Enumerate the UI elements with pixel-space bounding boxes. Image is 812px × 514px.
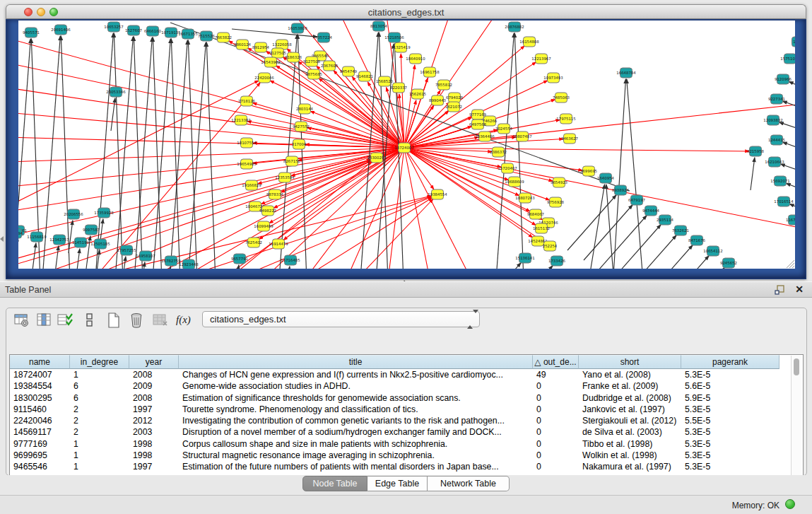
table-cell[interactable]: Tourette syndrome. Phenomenology and cla… <box>179 404 533 415</box>
table-cell[interactable]: 2 <box>70 426 129 438</box>
table-cell[interactable]: 19384554 <box>10 380 70 392</box>
rows-icon[interactable] <box>80 311 100 329</box>
table-cell[interactable]: 9115460 <box>10 404 70 415</box>
table-row[interactable]: 911546021997Tourette syndrome. Phenomeno… <box>10 404 787 415</box>
column-header-in_degree[interactable]: in_degree <box>70 355 129 369</box>
table-cell[interactable]: 49 <box>533 369 579 380</box>
column-header-title[interactable]: title <box>179 355 533 369</box>
column-header-pagerank[interactable]: pagerank <box>681 355 779 369</box>
table-cell[interactable]: 1 <box>70 369 129 380</box>
tab-network-table[interactable]: Network Table <box>428 476 510 491</box>
float-icon[interactable] <box>775 285 785 295</box>
table-cell[interactable]: Nakamura et al. (1997) <box>579 461 681 472</box>
table-row[interactable]: 946554611997Estimation of the future num… <box>10 461 787 472</box>
table-cell[interactable]: 5.3E-5 <box>681 450 779 461</box>
table-cell[interactable]: 18300295 <box>10 392 70 404</box>
table-cell[interactable]: de Silva et al. (2003) <box>579 426 681 438</box>
table-row[interactable]: 969969511998Structural magnetic resonanc… <box>10 450 787 461</box>
table-cell[interactable]: 9777169 <box>10 438 70 450</box>
table-cell[interactable]: 18724007 <box>10 369 70 380</box>
table-cell[interactable]: 1997 <box>129 404 179 415</box>
table-cell[interactable]: 5.3E-5 <box>681 461 779 472</box>
table-cell[interactable]: Jankovic et al. (1997) <box>579 404 681 415</box>
table-cell[interactable]: 2 <box>70 404 129 415</box>
tab-node-table[interactable]: Node Table <box>302 476 367 491</box>
table-cell[interactable]: Yano et al. (2008) <box>579 369 681 380</box>
select-columns-icon[interactable] <box>56 311 76 329</box>
table-cell[interactable]: 5.3E-5 <box>681 404 779 415</box>
table-cell[interactable]: 0 <box>533 450 579 461</box>
table-cell[interactable]: Dudbridge et al. (2008) <box>579 392 681 404</box>
table-cell[interactable]: 2012 <box>129 415 179 426</box>
table-row[interactable]: 1830029562008Estimation of significance … <box>10 392 787 404</box>
table-row[interactable]: 2242004622012Investigating the contribut… <box>10 415 787 426</box>
table-cell[interactable]: 1 <box>70 461 129 472</box>
table-cell[interactable]: 0 <box>533 415 579 426</box>
table-row[interactable]: 1456911722003Disruption of a novel membe… <box>10 426 787 438</box>
table-cell[interactable]: Estimation of the future numbers of pati… <box>179 461 533 472</box>
table-selector-dropdown[interactable]: citations_edges.txt <box>202 311 480 327</box>
table-cell[interactable]: 0 <box>533 404 579 415</box>
table-cell[interactable]: 6 <box>70 380 129 392</box>
table-cell[interactable]: 0 <box>533 426 579 438</box>
table-cell[interactable]: 0 <box>533 392 579 404</box>
table-cell[interactable]: Corpus callosum shape and size in male p… <box>179 438 533 450</box>
table-cell[interactable]: 5.6E-5 <box>681 380 779 392</box>
table-cell[interactable]: Genome-wide association studies in ADHD. <box>179 380 533 392</box>
vertical-scrollbar[interactable] <box>791 356 801 484</box>
panel-collapse-arrow-icon[interactable] <box>0 236 4 242</box>
table-settings-icon[interactable] <box>12 311 32 329</box>
table-cell[interactable]: 22420046 <box>10 415 70 426</box>
table-cell[interactable]: Wolkin et al. (1998) <box>579 450 681 461</box>
table-cell[interactable]: Disruption of a novel member of a sodium… <box>179 426 533 438</box>
table-cell[interactable]: Estimation of significance thresholds fo… <box>179 392 533 404</box>
table-cell[interactable]: 5.5E-5 <box>681 415 779 426</box>
table-cell[interactable]: 1 <box>70 438 129 450</box>
table-cell[interactable]: 14569117 <box>10 426 70 438</box>
table-row[interactable]: 1938455462009Genome-wide association stu… <box>10 380 787 392</box>
window-titlebar[interactable]: citations_edges.txt <box>6 4 806 19</box>
table-cell[interactable]: Investigating the contribution of common… <box>179 415 533 426</box>
network-canvas[interactable]: 1872400718300295193845549860124891295413… <box>18 21 795 269</box>
table-cell[interactable]: 0 <box>533 380 579 392</box>
table-cell[interactable]: 5.3E-5 <box>681 438 779 450</box>
table-cell[interactable]: 9465546 <box>10 461 70 472</box>
tab-edge-table[interactable]: Edge Table <box>367 476 428 491</box>
table-cell[interactable]: 5.9E-5 <box>681 392 779 404</box>
column-header-short[interactable]: short <box>579 355 681 369</box>
table-cell[interactable]: Tibbo et al. (1998) <box>579 438 681 450</box>
table-cell[interactable]: 5.3E-5 <box>681 426 779 438</box>
table-cell[interactable]: 1998 <box>129 450 179 461</box>
table-row[interactable]: 1872400712008Changes of HCN gene express… <box>10 369 787 380</box>
table-cell[interactable]: 2 <box>70 415 129 426</box>
resize-grip-icon[interactable] <box>787 260 794 268</box>
table-cell[interactable]: 1 <box>70 450 129 461</box>
table-cell[interactable]: 1997 <box>129 461 179 472</box>
table-cell[interactable]: Franke et al. (2009) <box>579 380 681 392</box>
scrollbar-thumb[interactable] <box>794 358 799 375</box>
column-header-name[interactable]: name <box>10 355 70 369</box>
import-table-icon[interactable] <box>151 311 170 329</box>
table-cell[interactable]: Changes of HCN gene expression and I(f) … <box>179 369 533 380</box>
table-cell[interactable]: 0 <box>533 461 579 472</box>
table-cell[interactable]: 1998 <box>129 438 179 450</box>
new-table-icon[interactable] <box>104 311 124 329</box>
column-header-year[interactable]: year <box>129 355 179 369</box>
show-columns-icon[interactable] <box>35 311 54 329</box>
table-cell[interactable]: Stergiakouli et al. (2012) <box>579 415 681 426</box>
table-cell[interactable]: 2003 <box>129 426 179 438</box>
delete-table-icon[interactable] <box>126 311 146 329</box>
table-cell[interactable]: 0 <box>533 438 579 450</box>
table-cell[interactable]: 6 <box>70 392 129 404</box>
table-cell[interactable]: 2009 <box>129 380 179 392</box>
column-header-out_de[interactable]: △ out_de... <box>533 355 579 369</box>
table-row[interactable]: 977716911998Corpus callosum shape and si… <box>10 438 787 450</box>
table-cell[interactable]: 2008 <box>129 369 179 380</box>
table-cell[interactable]: 2008 <box>129 392 179 404</box>
table-cell[interactable]: 5.3E-5 <box>681 369 779 380</box>
memory-ok-indicator[interactable] <box>785 499 795 509</box>
table-cell[interactable]: Structural magnetic resonance image aver… <box>179 450 533 461</box>
table-cell[interactable]: 9699695 <box>10 450 70 461</box>
function-builder-icon[interactable]: f(x) <box>176 314 196 332</box>
close-icon[interactable]: ✕ <box>795 284 804 295</box>
